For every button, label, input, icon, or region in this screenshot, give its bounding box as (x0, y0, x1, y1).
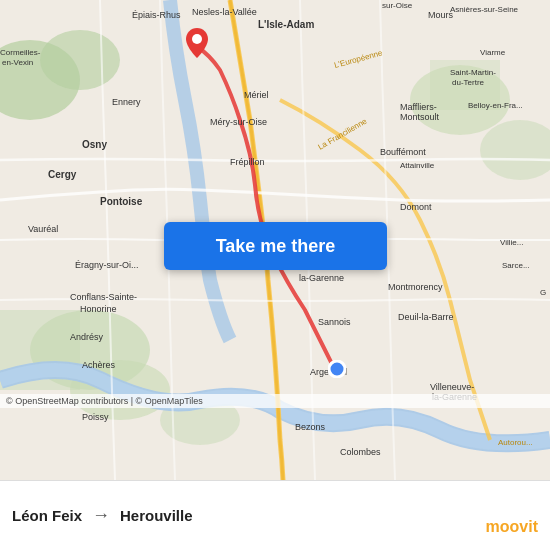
svg-text:du-Tertre: du-Tertre (452, 78, 485, 87)
svg-text:Vauréal: Vauréal (28, 224, 58, 234)
svg-text:Honorine: Honorine (80, 304, 117, 314)
svg-text:Bezons: Bezons (295, 422, 326, 432)
svg-text:Cormeilles-: Cormeilles- (0, 48, 41, 57)
origin-marker (328, 360, 346, 382)
svg-text:Montmorency: Montmorency (388, 282, 443, 292)
destination-label: Herouville (120, 507, 193, 524)
moovit-logo-text: moovit (486, 518, 538, 536)
svg-text:Colombes: Colombes (340, 447, 381, 457)
svg-text:Montsoult: Montsoult (400, 112, 440, 122)
svg-text:Autorou...: Autorou... (498, 438, 533, 447)
moovit-logo: moovit (486, 518, 538, 536)
svg-text:Villie...: Villie... (500, 238, 523, 247)
svg-text:Poissy: Poissy (82, 412, 109, 422)
svg-text:Ennery: Ennery (112, 97, 141, 107)
svg-text:Cergy: Cergy (48, 169, 77, 180)
svg-text:Sarce...: Sarce... (502, 261, 530, 270)
svg-text:Nesles-la-Vallée: Nesles-la-Vallée (192, 7, 257, 17)
svg-text:Bouffémont: Bouffémont (380, 147, 426, 157)
svg-text:Deuil-la-Barre: Deuil-la-Barre (398, 312, 454, 322)
svg-text:Andrésy: Andrésy (70, 332, 104, 342)
svg-text:Osny: Osny (82, 139, 107, 150)
svg-text:Asnières-sur-Seine: Asnières-sur-Seine (450, 5, 519, 14)
svg-text:en-Vexin: en-Vexin (2, 58, 33, 67)
svg-text:Mériel: Mériel (244, 90, 269, 100)
svg-text:Achères: Achères (82, 360, 116, 370)
svg-text:Sannois: Sannois (318, 317, 351, 327)
map-attribution: © OpenStreetMap contributors | © OpenMap… (0, 394, 550, 408)
svg-text:Pontoise: Pontoise (100, 196, 143, 207)
origin-label: Léon Feix (12, 507, 82, 524)
svg-text:Maffliers-: Maffliers- (400, 102, 437, 112)
svg-text:Viarme: Viarme (480, 48, 506, 57)
take-me-there-button[interactable]: Take me there (164, 222, 387, 270)
arrow-icon: → (92, 505, 110, 526)
svg-text:Mours: Mours (428, 10, 454, 20)
svg-text:Belloy-en-Fra...: Belloy-en-Fra... (468, 101, 523, 110)
svg-text:Frépillon: Frépillon (230, 157, 265, 167)
svg-text:Arge: Arge (310, 367, 329, 377)
svg-text:Conflans-Sainte-: Conflans-Sainte- (70, 292, 137, 302)
svg-text:sur-Oise: sur-Oise (382, 1, 413, 10)
svg-point-58 (192, 34, 202, 44)
svg-text:L'Isle-Adam: L'Isle-Adam (258, 19, 314, 30)
svg-text:G: G (540, 288, 546, 297)
svg-point-9 (40, 30, 120, 90)
svg-text:Saint-Martin-: Saint-Martin- (450, 68, 496, 77)
svg-text:Villeneuve-: Villeneuve- (430, 382, 474, 392)
svg-text:Attainville: Attainville (400, 161, 435, 170)
destination-marker (186, 28, 208, 62)
map-container: L'Isle-Adam Pontoise Cergy Osny Vauréal … (0, 0, 550, 480)
svg-text:la-Garenne: la-Garenne (299, 273, 344, 283)
svg-text:Épiais-Rhus: Épiais-Rhus (132, 10, 181, 20)
svg-point-59 (329, 361, 345, 377)
bottom-bar: Léon Feix → Herouville moovit (0, 480, 550, 550)
svg-text:Méry-sur-Oise: Méry-sur-Oise (210, 117, 267, 127)
svg-text:Domont: Domont (400, 202, 432, 212)
svg-text:Éragny-sur-Oi...: Éragny-sur-Oi... (75, 260, 139, 270)
